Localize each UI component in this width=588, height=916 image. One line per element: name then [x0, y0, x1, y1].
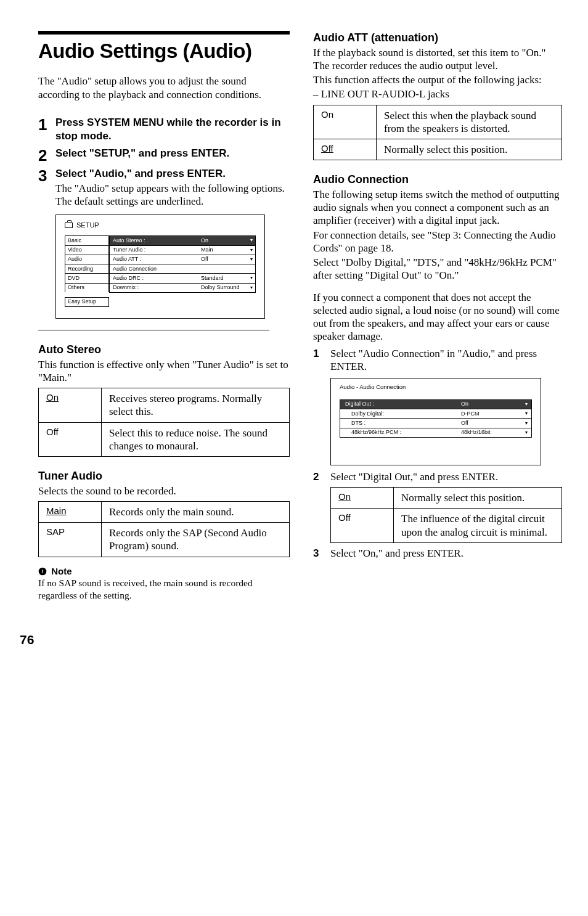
setup-cat-basic: Basic	[65, 235, 109, 245]
option-desc: Select this when the playback sound from…	[377, 105, 562, 139]
table-row: On Receives stereo programs. Normally se…	[39, 388, 290, 423]
substep-number: 3	[313, 547, 330, 560]
audio-att-table: On Select this when the playback sound f…	[313, 105, 562, 161]
intro-text: The "Audio" setup allows you to adjust t…	[38, 75, 290, 101]
chevron-down-icon: ▾	[525, 430, 528, 435]
auto-stereo-table: On Receives stereo programs. Normally se…	[38, 388, 290, 457]
step-heading: Select "SETUP," and press ENTER.	[55, 147, 290, 160]
audio-connection-heading: Audio Connection	[313, 173, 562, 187]
note-text: If no SAP sound is received, the main so…	[38, 577, 290, 601]
audio-conn-p4: If you connect a component that does not…	[313, 291, 562, 343]
setup-row-auto-stereo: Auto Stereo : On▾	[109, 235, 256, 245]
substep-text: Select "Audio Connection" in "Audio," an…	[330, 347, 562, 374]
ac-row-digital-out: Digital Out : On▾	[340, 399, 532, 409]
option-desc: Records only the SAP (Second Audio Progr…	[102, 523, 290, 557]
audio-att-heading: Audio ATT (attenuation)	[313, 31, 562, 45]
option-key: Off	[321, 143, 333, 153]
audio-conn-p3: Select "Dolby Digital," "DTS," and "48kH…	[313, 256, 562, 282]
audio-att-p2: This function affects the output of the …	[313, 73, 562, 86]
step-2: 2 Select "SETUP," and press ENTER.	[38, 147, 290, 163]
option-key: On	[338, 491, 351, 502]
substep-text: Select "Digital Out," and press ENTER.	[330, 470, 562, 483]
svg-text:!: !	[42, 568, 44, 575]
chevron-down-icon: ▾	[525, 421, 528, 426]
setup-cat-recording: Recording	[65, 264, 109, 273]
note-heading: ! Note	[38, 566, 290, 578]
audio-connection-screenshot: Audio - Audio Connection Digital Out : O…	[330, 378, 541, 465]
title-rule	[38, 31, 290, 35]
setup-row-audio-drc: Audio DRC : Standard▾	[109, 273, 256, 282]
page-title: Audio Settings (Audio)	[38, 38, 290, 63]
setup-title-text: SETUP	[76, 221, 99, 230]
setup-category-list: Basic Video Audio Recording DVD Others E…	[65, 235, 109, 307]
tuner-audio-para: Selects the sound to be recorded.	[38, 485, 290, 497]
ac-row-dts: DTS : Off▾	[340, 418, 532, 427]
setup-options-list: Auto Stereo : On▾ Tuner Audio : Main▾ Au…	[109, 235, 256, 307]
setup-row-audio-connection: Audio Connection	[109, 264, 256, 273]
option-desc: The influence of the digital circuit upo…	[394, 509, 562, 543]
setup-cat-video: Video	[65, 245, 109, 255]
page-number: 76	[20, 632, 290, 648]
substep-3: 3 Select "On," and press ENTER.	[313, 547, 562, 560]
step-heading: Press SYSTEM MENU while the recorder is …	[55, 116, 290, 143]
substep-text: Select "On," and press ENTER.	[330, 547, 562, 560]
option-desc: Records only the main sound.	[102, 501, 290, 522]
step-1: 1 Press SYSTEM MENU while the recorder i…	[38, 116, 290, 143]
toolbox-icon	[65, 222, 73, 228]
chevron-down-icon: ▾	[250, 276, 253, 280]
audio-att-p3: – LINE OUT R-AUDIO-L jacks	[313, 88, 562, 100]
ui-title: Audio - Audio Connection	[340, 383, 532, 391]
option-desc: Receives stereo programs. Normally selec…	[102, 388, 290, 423]
auto-stereo-para: This function is effective only when "Tu…	[38, 358, 290, 385]
option-desc: Normally select this position.	[394, 488, 562, 509]
setup-cat-dvd: DVD	[65, 273, 109, 282]
setup-cat-others: Others	[65, 283, 109, 292]
option-key: SAP	[39, 523, 102, 557]
option-key: On	[46, 392, 59, 403]
tuner-audio-heading: Tuner Audio	[38, 469, 290, 483]
chevron-down-icon: ▾	[250, 285, 253, 290]
option-key: Off	[331, 509, 394, 543]
chevron-down-icon: ▾	[525, 402, 528, 407]
setup-ui-title: SETUP	[65, 221, 256, 230]
step-heading: Select "Audio," and press ENTER.	[55, 167, 290, 181]
table-row: Main Records only the main sound.	[39, 501, 290, 522]
setup-row-audio-att: Audio ATT : Off▾	[109, 255, 256, 264]
step-number: 3	[38, 167, 55, 184]
ac-row-dolby: Dolby Digital: D-PCM▾	[340, 409, 532, 418]
auto-stereo-heading: Auto Stereo	[38, 343, 290, 357]
step-number: 2	[38, 147, 55, 163]
substep-number: 1	[313, 347, 330, 374]
setup-cat-easy: Easy Setup	[65, 297, 109, 307]
substep-number: 2	[313, 470, 330, 483]
option-key: Off	[39, 422, 102, 457]
setup-row-downmix: Downmix : Dolby Surround▾	[109, 283, 256, 293]
option-key: Main	[46, 505, 67, 516]
setup-row-tuner-audio: Tuner Audio : Main▾	[109, 245, 256, 255]
substep-2: 2 Select "Digital Out," and press ENTER.	[313, 470, 562, 483]
option-desc: Select this to reduce noise. The sound c…	[102, 422, 290, 457]
option-key: On	[314, 105, 377, 139]
setup-screenshot: SETUP Basic Video Audio Recording DVD Ot…	[55, 215, 265, 319]
step-3: 3 Select "Audio," and press ENTER. The "…	[38, 167, 290, 208]
audio-conn-p2: For connection details, see "Step 3: Con…	[313, 229, 562, 255]
table-row: Off Normally select this position.	[314, 139, 562, 160]
chevron-down-icon: ▾	[250, 257, 253, 262]
divider	[38, 330, 269, 330]
table-row: SAP Records only the SAP (Second Audio P…	[39, 523, 290, 557]
table-row: On Select this when the playback sound f…	[314, 105, 562, 139]
step-text: The "Audio" setup appears with the follo…	[55, 182, 290, 208]
setup-cat-audio: Audio	[65, 255, 109, 264]
chevron-down-icon: ▾	[525, 411, 528, 416]
table-row: On Normally select this position.	[331, 488, 562, 509]
note-icon: !	[38, 567, 47, 576]
digital-out-table: On Normally select this position. Off Th…	[330, 487, 562, 543]
step-number: 1	[38, 116, 55, 133]
table-row: Off Select this to reduce noise. The sou…	[39, 422, 290, 457]
chevron-down-icon: ▾	[250, 238, 253, 243]
substep-1: 1 Select "Audio Connection" in "Audio," …	[313, 347, 562, 374]
tuner-audio-table: Main Records only the main sound. SAP Re…	[38, 501, 290, 557]
table-row: Off The influence of the digital circuit…	[331, 509, 562, 543]
audio-att-p1: If the playback sound is distorted, set …	[313, 46, 562, 73]
ac-row-pcm: 48kHz/96kHz PCM : 48kHz/16bit▾	[340, 428, 532, 438]
